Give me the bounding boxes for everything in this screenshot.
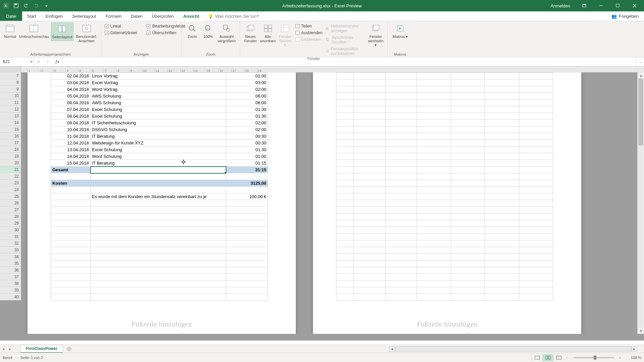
- cell[interactable]: [354, 234, 385, 240]
- cell[interactable]: [417, 207, 451, 214]
- cell[interactable]: [451, 214, 485, 220]
- cell[interactable]: 06.04.2018: [51, 100, 91, 106]
- cell[interactable]: [417, 106, 451, 113]
- cell[interactable]: [417, 267, 451, 274]
- cell[interactable]: [519, 140, 553, 146]
- cell[interactable]: [91, 200, 226, 207]
- cell[interactable]: [336, 254, 354, 260]
- cell[interactable]: [385, 140, 417, 146]
- cell[interactable]: [51, 187, 91, 193]
- chk-split[interactable]: Teilen: [296, 24, 322, 28]
- cell[interactable]: [451, 281, 485, 287]
- cell[interactable]: [354, 100, 385, 106]
- cell[interactable]: [336, 200, 354, 207]
- cell[interactable]: Excel Schulung: [91, 106, 226, 113]
- cell[interactable]: [226, 287, 268, 294]
- table-row[interactable]: [51, 287, 268, 294]
- cell[interactable]: [485, 207, 519, 214]
- cell[interactable]: [385, 193, 417, 200]
- row-header-40[interactable]: 40: [0, 294, 21, 300]
- cell[interactable]: 11.04.2018: [51, 133, 91, 140]
- worksheet-grid-p2[interactable]: [336, 72, 553, 301]
- table-row[interactable]: [336, 146, 553, 153]
- row-header-30[interactable]: 30: [0, 227, 21, 233]
- cell[interactable]: [451, 187, 485, 193]
- cell[interactable]: [51, 281, 91, 287]
- cell[interactable]: [51, 240, 91, 247]
- cell[interactable]: [519, 180, 553, 187]
- cell[interactable]: [91, 227, 226, 234]
- menu-überprüfen[interactable]: Überprüfen: [147, 11, 178, 21]
- cell[interactable]: 13.04.2018: [51, 146, 91, 153]
- formula-bar[interactable]: [62, 57, 636, 66]
- table-row[interactable]: [51, 260, 268, 267]
- menu-file[interactable]: Datei: [0, 11, 22, 21]
- scroll-left-icon[interactable]: ◂: [389, 346, 395, 352]
- cell[interactable]: 02:00: [226, 86, 268, 93]
- cell[interactable]: [451, 287, 485, 294]
- cell[interactable]: [336, 220, 354, 227]
- cell[interactable]: [417, 180, 451, 187]
- cell[interactable]: [336, 100, 354, 106]
- cell[interactable]: [451, 247, 485, 254]
- row-header-35[interactable]: 35: [0, 260, 21, 267]
- cell[interactable]: [336, 173, 354, 180]
- cell[interactable]: [354, 260, 385, 267]
- table-row[interactable]: 10.04.2018DSGVO Schulung02:00: [51, 126, 268, 133]
- cell[interactable]: 100,00 €: [226, 193, 268, 200]
- table-row[interactable]: [336, 207, 553, 214]
- cell[interactable]: [519, 227, 553, 234]
- row-header-32[interactable]: 32: [0, 240, 21, 247]
- scroll-up-icon[interactable]: ▴: [638, 72, 644, 78]
- table-row[interactable]: [336, 167, 553, 173]
- zoom-selection-button[interactable]: Auswahl vergrößern: [217, 22, 236, 44]
- macros-button[interactable]: Makros ▾: [391, 22, 409, 40]
- cell[interactable]: [485, 79, 519, 86]
- cell[interactable]: [485, 260, 519, 267]
- cell[interactable]: [485, 294, 519, 301]
- cell[interactable]: [51, 254, 91, 260]
- cell[interactable]: 02.04.2018: [51, 73, 91, 79]
- cell[interactable]: [417, 227, 451, 234]
- cell[interactable]: [385, 287, 417, 294]
- cell[interactable]: [417, 100, 451, 106]
- table-row[interactable]: [51, 254, 268, 260]
- row-header-33[interactable]: 33: [0, 247, 21, 253]
- cell[interactable]: [354, 193, 385, 200]
- cell[interactable]: [226, 254, 268, 260]
- cell[interactable]: [385, 173, 417, 180]
- cell[interactable]: [354, 207, 385, 214]
- table-row[interactable]: [51, 187, 268, 193]
- cell[interactable]: [354, 133, 385, 140]
- cell[interactable]: [354, 126, 385, 133]
- share-button[interactable]: 👥 Freigeben: [606, 11, 644, 21]
- table-row[interactable]: 03.04.2018Excel Vortrag03:00: [51, 79, 268, 86]
- cell[interactable]: [91, 240, 226, 247]
- cell[interactable]: [354, 146, 385, 153]
- table-row[interactable]: 12.04.2018Webdesign für Kunde XYZ00:30: [51, 140, 268, 146]
- undo-icon[interactable]: [23, 3, 29, 8]
- cell[interactable]: Webdesign für Kunde XYZ: [91, 140, 226, 146]
- cell[interactable]: IT Beratung: [91, 160, 226, 167]
- cell[interactable]: [451, 86, 485, 93]
- cell[interactable]: [451, 146, 485, 153]
- cell[interactable]: [226, 240, 268, 247]
- cell[interactable]: [51, 227, 91, 234]
- cell[interactable]: [336, 120, 354, 126]
- cell[interactable]: [385, 254, 417, 260]
- cell[interactable]: [451, 140, 485, 146]
- cell[interactable]: [385, 106, 417, 113]
- cell[interactable]: [51, 260, 91, 267]
- cell[interactable]: [417, 200, 451, 207]
- table-row[interactable]: [336, 294, 553, 301]
- cell[interactable]: [354, 173, 385, 180]
- cell[interactable]: [385, 214, 417, 220]
- cell[interactable]: [485, 153, 519, 160]
- cell[interactable]: [385, 227, 417, 234]
- table-row[interactable]: Kosten3125,00: [51, 180, 268, 187]
- table-row[interactable]: [336, 287, 553, 294]
- cell[interactable]: [385, 240, 417, 247]
- cell[interactable]: Linux Vortrag: [91, 73, 226, 79]
- cell[interactable]: [226, 200, 268, 207]
- table-row[interactable]: [336, 153, 553, 160]
